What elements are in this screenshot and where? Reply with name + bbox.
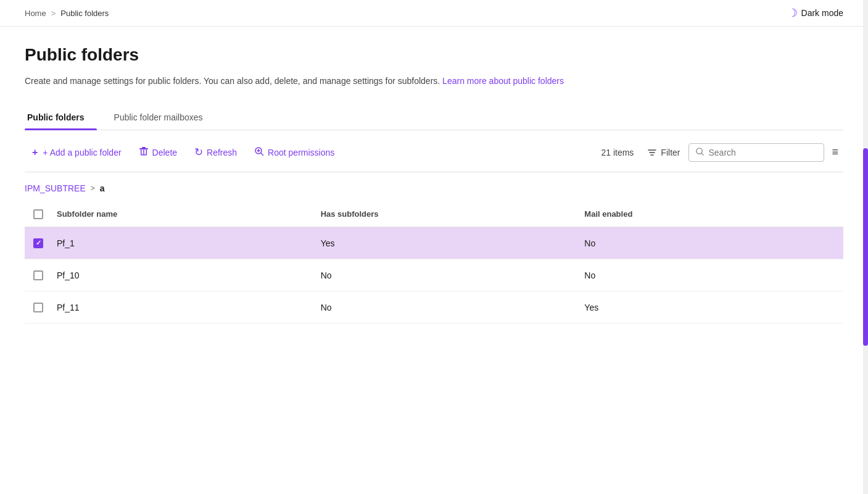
dark-mode-label: Dark mode — [801, 8, 843, 18]
search-box — [688, 143, 824, 162]
filter-button[interactable]: Filter — [641, 143, 686, 162]
breadcrumb-separator: > — [51, 9, 56, 18]
add-icon: + — [32, 147, 38, 158]
tabs-container: Public folders Public folder mailboxes — [25, 106, 843, 130]
row-has-subfolders: Yes — [316, 231, 580, 256]
row-checkbox[interactable] — [33, 238, 43, 248]
moon-icon: ☽ — [788, 6, 798, 20]
row-has-subfolders: No — [316, 263, 580, 288]
refresh-icon: ↻ — [194, 146, 203, 159]
svg-rect-2 — [141, 149, 142, 155]
learn-more-link[interactable]: Learn more about public folders — [442, 76, 564, 86]
row-checkbox-cell — [25, 231, 52, 256]
dark-mode-button[interactable]: ☽ Dark mode — [788, 6, 843, 20]
refresh-label: Refresh — [207, 148, 237, 157]
svg-rect-1 — [142, 147, 146, 148]
svg-rect-3 — [146, 149, 147, 155]
row-mail-enabled: No — [579, 263, 843, 288]
scrollbar-track — [863, 0, 868, 494]
root-permissions-button[interactable]: Root permissions — [247, 142, 342, 162]
tab-public-folder-mailboxes[interactable]: Public folder mailboxes — [112, 106, 215, 130]
breadcrumb-root[interactable]: IPM_SUBTREE — [25, 183, 86, 193]
svg-rect-0 — [139, 148, 148, 149]
filter-label: Filter — [661, 148, 680, 157]
description-text: Create and manage settings for public fo… — [25, 76, 440, 86]
search-icon — [695, 147, 705, 158]
header-mail-enabled: Mail enabled — [579, 207, 843, 222]
row-mail-enabled: Yes — [579, 295, 843, 320]
main-content: Public folders Create and manage setting… — [0, 27, 868, 336]
table-container: Subfolder name Has subfolders Mail enabl… — [25, 202, 843, 324]
table-row[interactable]: Pf_1 Yes No — [25, 227, 843, 259]
table-header: Subfolder name Has subfolders Mail enabl… — [25, 202, 843, 227]
view-toggle-button[interactable]: ≡ — [827, 143, 843, 161]
root-permissions-label: Root permissions — [268, 148, 334, 157]
items-count: 21 items — [601, 148, 634, 157]
root-permissions-icon — [254, 146, 264, 158]
row-checkbox-cell — [25, 263, 52, 288]
row-has-subfolders: No — [316, 295, 580, 320]
row-folder-name: Pf_11 — [52, 295, 316, 320]
table-row[interactable]: Pf_10 No No — [25, 259, 843, 291]
breadcrumb-home[interactable]: Home — [25, 9, 46, 18]
svg-rect-4 — [143, 149, 144, 155]
header-checkbox[interactable] — [33, 209, 43, 219]
table-row[interactable]: Pf_11 No Yes — [25, 291, 843, 324]
folder-breadcrumb: IPM_SUBTREE > a — [25, 172, 843, 202]
row-checkbox[interactable] — [33, 303, 43, 312]
page-description: Create and manage settings for public fo… — [25, 75, 843, 88]
delete-icon — [139, 146, 149, 158]
breadcrumb: Home > Public folders — [25, 9, 109, 18]
row-checkbox-cell — [25, 295, 52, 320]
scrollbar-thumb[interactable] — [863, 148, 868, 346]
svg-line-7 — [261, 153, 263, 156]
breadcrumb-path-sep: > — [91, 184, 95, 193]
add-public-folder-button[interactable]: + + Add a public folder — [25, 143, 129, 162]
top-bar: Home > Public folders ☽ Dark mode — [0, 0, 868, 27]
breadcrumb-current: Public folders — [60, 9, 109, 18]
delete-label: Delete — [152, 148, 177, 157]
row-mail-enabled: No — [579, 231, 843, 256]
add-label: + Add a public folder — [43, 148, 121, 157]
row-folder-name: Pf_10 — [52, 263, 316, 288]
delete-button[interactable]: Delete — [131, 142, 184, 162]
breadcrumb-path-current: a — [100, 183, 105, 193]
row-folder-name: Pf_1 — [52, 231, 316, 256]
svg-line-14 — [701, 153, 703, 154]
page-title: Public folders — [25, 45, 843, 65]
view-toggle-icon: ≡ — [832, 146, 838, 158]
header-subfolder-name: Subfolder name — [52, 207, 316, 222]
header-checkbox-cell — [25, 207, 52, 222]
row-checkbox[interactable] — [33, 270, 43, 280]
svg-rect-5 — [141, 154, 147, 156]
refresh-button[interactable]: ↻ Refresh — [187, 141, 244, 163]
toolbar: + + Add a public folder Delete ↻ Refresh — [25, 130, 843, 172]
search-input[interactable] — [708, 148, 817, 157]
header-has-subfolders: Has subfolders — [316, 207, 580, 222]
tab-public-folders[interactable]: Public folders — [25, 106, 97, 130]
